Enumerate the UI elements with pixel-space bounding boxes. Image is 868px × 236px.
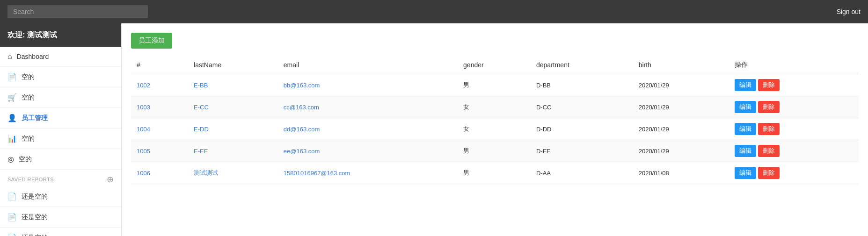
column-header-#: # bbox=[131, 56, 188, 74]
add-employee-button[interactable]: 员工添加 bbox=[131, 33, 172, 49]
cell-birth: 2020/01/08 bbox=[633, 162, 729, 184]
cell-gender: 女 bbox=[458, 96, 531, 118]
cell-gender: 男 bbox=[458, 162, 531, 184]
cell-id: 1005 bbox=[131, 140, 188, 162]
cell-lastName: E-CC bbox=[188, 96, 278, 118]
delete-button[interactable]: 删除 bbox=[758, 79, 780, 91]
column-header-birth: birth bbox=[633, 56, 729, 74]
cell-actions: 编辑删除 bbox=[729, 74, 859, 96]
report-icon-report2: 📄 bbox=[7, 213, 17, 222]
cell-lastName: 测试测试 bbox=[188, 162, 278, 184]
edit-button[interactable]: 编辑 bbox=[735, 101, 756, 113]
cell-gender: 女 bbox=[458, 118, 531, 140]
sidebar-label-empty2: 空的 bbox=[22, 93, 35, 102]
cell-lastName: E-BB bbox=[188, 74, 278, 96]
saved-report-report2[interactable]: 📄还是空的 bbox=[0, 207, 121, 228]
cell-birth: 2020/01/29 bbox=[633, 140, 729, 162]
table-row: 1004E-DDdd@163.com女D-DD2020/01/29编辑删除 bbox=[131, 118, 859, 140]
cell-department: D-EE bbox=[531, 140, 633, 162]
sidebar-label-employee: 员工管理 bbox=[22, 114, 48, 122]
delete-button[interactable]: 删除 bbox=[758, 145, 780, 157]
saved-report-report3[interactable]: 📄还是空的 bbox=[0, 228, 121, 236]
column-header-email: email bbox=[278, 56, 458, 74]
sidebar-item-empty1[interactable]: 📄空的 bbox=[0, 67, 121, 87]
report-label-report2: 还是空的 bbox=[22, 213, 48, 222]
report-icon-report3: 📄 bbox=[7, 233, 17, 236]
sidebar-icon-employee: 👤 bbox=[7, 114, 17, 122]
saved-report-report1[interactable]: 📄还是空的 bbox=[0, 186, 121, 207]
column-header-操作: 操作 bbox=[729, 56, 859, 74]
table-row: 1002E-BBbb@163.com男D-BB2020/01/29编辑删除 bbox=[131, 74, 859, 96]
sidebar-label-empty4: 空的 bbox=[19, 155, 32, 164]
sidebar-item-empty4[interactable]: ◎空的 bbox=[0, 149, 121, 170]
sidebar-item-empty2[interactable]: 🛒空的 bbox=[0, 87, 121, 108]
cell-gender: 男 bbox=[458, 140, 531, 162]
cell-email: bb@163.com bbox=[278, 74, 458, 96]
edit-button[interactable]: 编辑 bbox=[735, 167, 756, 179]
sidebar-item-empty3[interactable]: 📊空的 bbox=[0, 129, 121, 149]
main-content: 员工添加 #lastNameemailgenderdepartmentbirth… bbox=[122, 23, 868, 236]
sidebar-item-employee[interactable]: 👤员工管理 bbox=[0, 108, 121, 129]
cell-email: cc@163.com bbox=[278, 96, 458, 118]
report-label-report3: 还是空的 bbox=[22, 234, 48, 236]
cell-email: 15801016967@163.com bbox=[278, 162, 458, 184]
cell-gender: 男 bbox=[458, 74, 531, 96]
sidebar-icon-empty2: 🛒 bbox=[7, 93, 17, 102]
add-report-icon[interactable]: ⊕ bbox=[107, 174, 114, 185]
cell-id: 1004 bbox=[131, 118, 188, 140]
cell-id: 1006 bbox=[131, 162, 188, 184]
cell-actions: 编辑删除 bbox=[729, 118, 859, 140]
table-row: 1006测试测试15801016967@163.com男D-AA2020/01/… bbox=[131, 162, 859, 184]
cell-lastName: E-EE bbox=[188, 140, 278, 162]
column-header-gender: gender bbox=[458, 56, 531, 74]
cell-birth: 2020/01/29 bbox=[633, 118, 729, 140]
cell-department: D-BB bbox=[531, 74, 633, 96]
sidebar-icon-dashboard: ⌂ bbox=[7, 52, 12, 61]
sidebar-brand: 欢迎: 测试测试 bbox=[0, 23, 121, 47]
edit-button[interactable]: 编辑 bbox=[735, 123, 756, 135]
cell-department: D-AA bbox=[531, 162, 633, 184]
cell-id: 1002 bbox=[131, 74, 188, 96]
saved-reports-label: SAVED REPORTS ⊕ bbox=[0, 170, 121, 186]
column-header-lastName: lastName bbox=[188, 56, 278, 74]
sidebar-icon-empty3: 📊 bbox=[7, 134, 17, 143]
table-row: 1005E-EEee@163.com男D-EE2020/01/29编辑删除 bbox=[131, 140, 859, 162]
delete-button[interactable]: 删除 bbox=[758, 101, 780, 113]
report-icon-report1: 📄 bbox=[7, 192, 17, 201]
sidebar-icon-empty4: ◎ bbox=[7, 155, 14, 164]
cell-actions: 编辑删除 bbox=[729, 162, 859, 184]
cell-actions: 编辑删除 bbox=[729, 140, 859, 162]
report-label-report1: 还是空的 bbox=[22, 193, 48, 201]
sidebar-label-empty3: 空的 bbox=[22, 135, 35, 143]
sidebar-label-dashboard: Dashboard bbox=[17, 53, 49, 60]
cell-actions: 编辑删除 bbox=[729, 96, 859, 118]
top-nav: Sign out bbox=[0, 0, 868, 23]
sidebar-item-dashboard[interactable]: ⌂Dashboard bbox=[0, 47, 121, 67]
sidebar-icon-empty1: 📄 bbox=[7, 72, 17, 81]
employee-table: #lastNameemailgenderdepartmentbirth操作 10… bbox=[131, 56, 859, 184]
table-row: 1003E-CCcc@163.com女D-CC2020/01/29编辑删除 bbox=[131, 96, 859, 118]
cell-department: D-CC bbox=[531, 96, 633, 118]
cell-birth: 2020/01/29 bbox=[633, 74, 729, 96]
sidebar: 欢迎: 测试测试 ⌂Dashboard📄空的🛒空的👤员工管理📊空的◎空的 SAV… bbox=[0, 23, 122, 236]
cell-email: ee@163.com bbox=[278, 140, 458, 162]
layout: 欢迎: 测试测试 ⌂Dashboard📄空的🛒空的👤员工管理📊空的◎空的 SAV… bbox=[0, 23, 868, 236]
cell-birth: 2020/01/29 bbox=[633, 96, 729, 118]
edit-button[interactable]: 编辑 bbox=[735, 145, 756, 157]
cell-lastName: E-DD bbox=[188, 118, 278, 140]
sign-out-button[interactable]: Sign out bbox=[837, 8, 861, 15]
edit-button[interactable]: 编辑 bbox=[735, 79, 756, 91]
cell-id: 1003 bbox=[131, 96, 188, 118]
sidebar-label-empty1: 空的 bbox=[22, 73, 35, 81]
delete-button[interactable]: 删除 bbox=[758, 123, 780, 135]
search-input[interactable] bbox=[7, 5, 148, 18]
cell-email: dd@163.com bbox=[278, 118, 458, 140]
column-header-department: department bbox=[531, 56, 633, 74]
delete-button[interactable]: 删除 bbox=[758, 167, 780, 179]
cell-department: D-DD bbox=[531, 118, 633, 140]
